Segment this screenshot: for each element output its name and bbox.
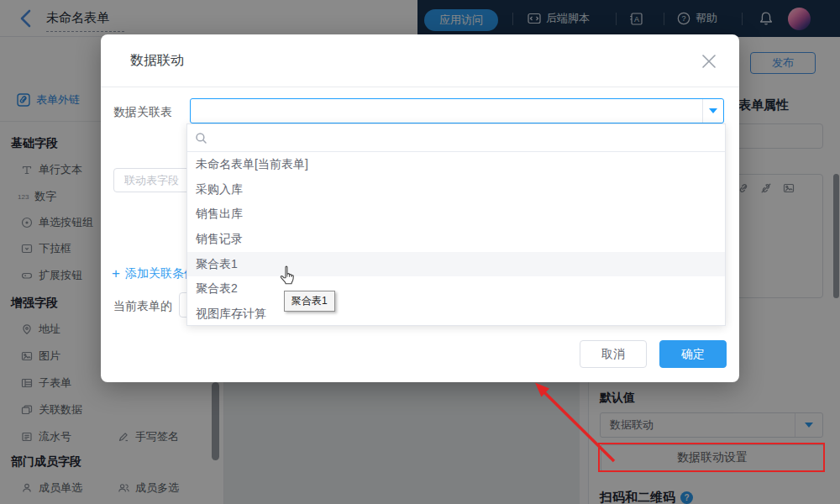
option-tooltip: 聚合表1 xyxy=(284,291,335,312)
relation-table-dropdown: 未命名表单[当前表单] 采购入库 销售出库 销售记录 聚合表1 聚合表2 视图库… xyxy=(186,123,726,326)
dropdown-option-hovered[interactable]: 聚合表1 xyxy=(187,252,725,277)
dropdown-option[interactable]: 聚合表2 xyxy=(187,276,725,302)
relation-table-select[interactable] xyxy=(190,98,724,123)
confirm-button[interactable]: 确定 xyxy=(659,340,727,368)
data-linkage-modal: 数据联动 数据关联表 + 添加关联条件 当前表单的 未命名表单[当前表单] 采购 xyxy=(101,34,739,382)
modal-title: 数据联动 xyxy=(130,52,184,70)
search-icon xyxy=(195,132,207,144)
form-designer-app: 未命名表单 应用访问 后端脚本 A ? 帮助 表单外链 基础字段 xyxy=(0,0,840,504)
dropdown-option[interactable]: 采购入库 xyxy=(187,177,725,202)
relation-table-input[interactable] xyxy=(191,99,702,123)
dropdown-search-input[interactable] xyxy=(207,132,725,144)
modal-header-divider xyxy=(101,87,739,87)
dropdown-option[interactable]: 视图库存计算 xyxy=(187,302,725,327)
dropdown-option[interactable]: 销售出库 xyxy=(187,202,725,227)
dropdown-option[interactable]: 销售记录 xyxy=(187,227,725,252)
select-arrow[interactable] xyxy=(702,99,723,123)
plus-icon: + xyxy=(112,268,120,280)
add-condition-link[interactable]: + 添加关联条件 xyxy=(112,266,196,281)
dropdown-option[interactable]: 未命名表单[当前表单] xyxy=(187,152,725,177)
caret-down-icon xyxy=(709,108,717,113)
add-condition-label: 添加关联条件 xyxy=(125,266,196,281)
current-form-label: 当前表单的 xyxy=(113,299,172,314)
relation-table-label: 数据关联表 xyxy=(113,105,172,120)
cancel-button[interactable]: 取消 xyxy=(580,340,647,368)
close-icon[interactable] xyxy=(699,51,719,71)
dropdown-search-row[interactable] xyxy=(187,124,725,152)
